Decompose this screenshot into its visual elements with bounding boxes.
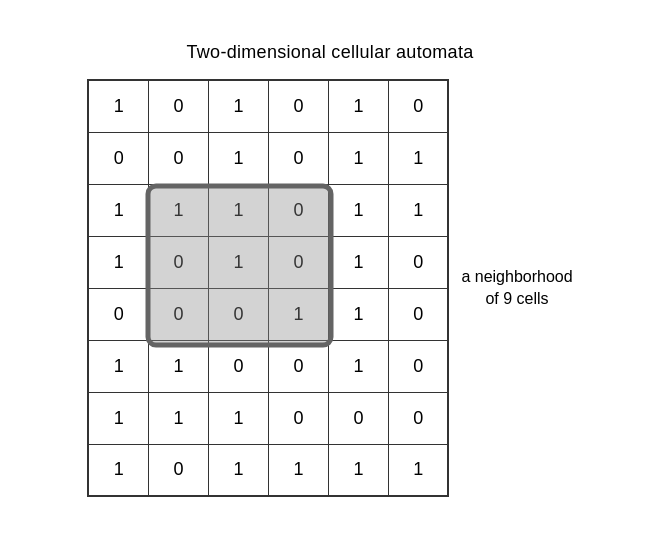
- grid-cell: 1: [328, 236, 388, 288]
- grid-cell: 0: [268, 132, 328, 184]
- grid-cell: 1: [208, 184, 268, 236]
- grid-cell: 1: [268, 288, 328, 340]
- grid-cell: 0: [328, 392, 388, 444]
- grid-cell: 0: [388, 288, 448, 340]
- grid-cell: 0: [268, 236, 328, 288]
- grid-cell: 1: [328, 80, 388, 132]
- grid-cell: 0: [88, 288, 148, 340]
- grid-cell: 1: [328, 444, 388, 496]
- grid-cell: 1: [328, 184, 388, 236]
- annotation-line2: of 9 cells: [485, 288, 548, 310]
- grid-cell: 0: [388, 340, 448, 392]
- grid-cell: 1: [88, 444, 148, 496]
- grid-cell: 1: [388, 132, 448, 184]
- grid-cell: 0: [268, 340, 328, 392]
- grid-cell: 1: [208, 444, 268, 496]
- grid-cell: 1: [328, 132, 388, 184]
- annotation-text: a neighborhood of 9 cells: [461, 266, 572, 311]
- grid-cell: 0: [148, 80, 208, 132]
- automata-grid: 1010100010111110111010100001101100101110…: [87, 79, 449, 497]
- grid-cell: 1: [88, 340, 148, 392]
- grid-cell: 0: [268, 80, 328, 132]
- grid-cell: 0: [148, 236, 208, 288]
- grid-cell: 0: [208, 288, 268, 340]
- grid-cell: 1: [208, 80, 268, 132]
- page-title: Two-dimensional cellular automata: [186, 42, 473, 63]
- grid-cell: 0: [148, 288, 208, 340]
- grid-cell: 0: [388, 392, 448, 444]
- grid-cell: 1: [88, 236, 148, 288]
- grid-cell: 1: [88, 184, 148, 236]
- grid-cell: 0: [388, 80, 448, 132]
- grid-cell: 0: [388, 236, 448, 288]
- grid-cell: 1: [88, 80, 148, 132]
- grid-cell: 1: [148, 340, 208, 392]
- grid-cell: 1: [388, 184, 448, 236]
- grid-cell: 1: [388, 444, 448, 496]
- grid-cell: 0: [268, 184, 328, 236]
- grid-container: 1010100010111110111010100001101100101110…: [87, 79, 449, 497]
- grid-cell: 0: [148, 132, 208, 184]
- grid-cell: 0: [148, 444, 208, 496]
- grid-cell: 0: [268, 392, 328, 444]
- grid-cell: 1: [268, 444, 328, 496]
- grid-cell: 1: [328, 340, 388, 392]
- grid-cell: 1: [148, 392, 208, 444]
- grid-cell: 0: [208, 340, 268, 392]
- annotation-line1: a neighborhood: [461, 266, 572, 288]
- grid-cell: 1: [208, 392, 268, 444]
- grid-cell: 1: [88, 392, 148, 444]
- grid-cell: 1: [328, 288, 388, 340]
- main-container: Two-dimensional cellular automata 101010…: [87, 42, 572, 497]
- grid-cell: 0: [88, 132, 148, 184]
- grid-wrapper: 1010100010111110111010100001101100101110…: [87, 79, 572, 497]
- grid-cell: 1: [208, 132, 268, 184]
- grid-cell: 1: [148, 184, 208, 236]
- grid-cell: 1: [208, 236, 268, 288]
